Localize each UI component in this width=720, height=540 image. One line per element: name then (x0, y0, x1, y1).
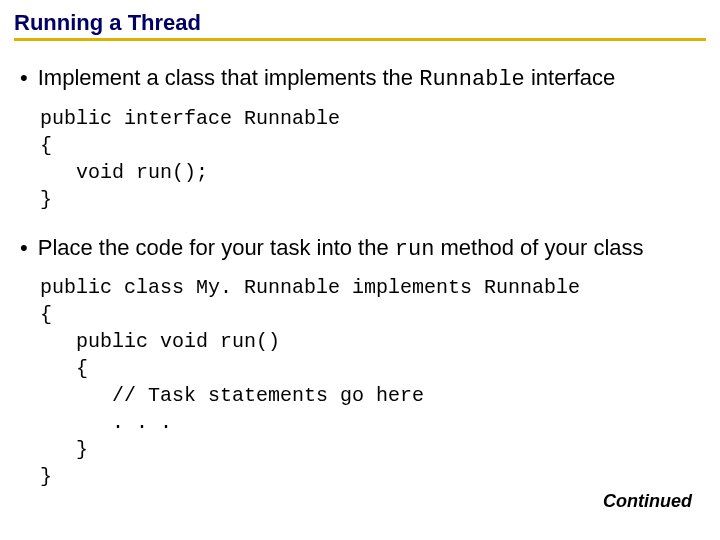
bullet-code: run (395, 237, 435, 262)
bullet-prefix: Place the code for your task into the (38, 235, 395, 260)
slide-title: Running a Thread (14, 10, 706, 45)
bullet-marker: • (20, 237, 28, 259)
bullet-prefix: Implement a class that implements the (38, 65, 420, 90)
title-underline (14, 38, 706, 41)
bullet-text: Place the code for your task into the ru… (38, 233, 706, 265)
bullet-item-1: • Implement a class that implements the … (20, 63, 706, 95)
code-block-1: public interface Runnable { void run(); … (40, 105, 706, 213)
bullet-text: Implement a class that implements the Ru… (38, 63, 706, 95)
title-text: Running a Thread (14, 10, 201, 35)
bullet-code: Runnable (419, 67, 525, 92)
continued-label: Continued (603, 491, 692, 512)
code-block-2: public class My. Runnable implements Run… (40, 274, 706, 490)
bullet-marker: • (20, 67, 28, 89)
slide: Running a Thread • Implement a class tha… (0, 0, 720, 540)
bullet-suffix: method of your class (434, 235, 643, 260)
bullet-suffix: interface (525, 65, 616, 90)
bullet-item-2: • Place the code for your task into the … (20, 233, 706, 265)
